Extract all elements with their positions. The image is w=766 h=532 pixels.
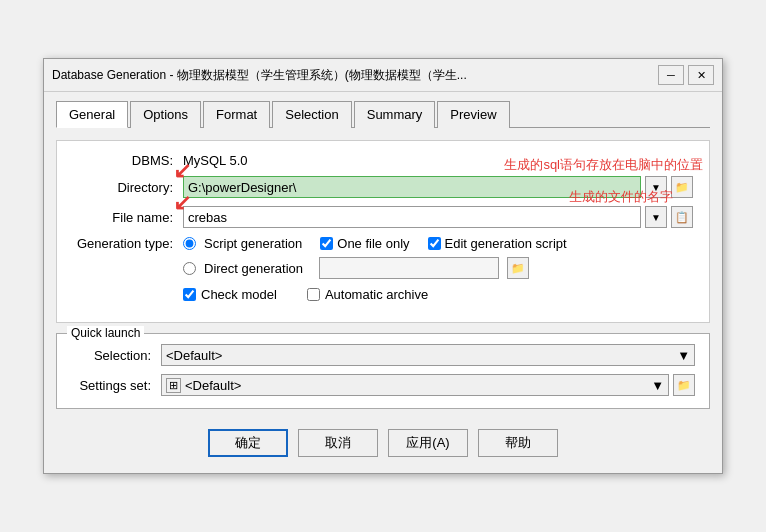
direct-gen-row: Direct generation 📁 [183,257,567,279]
filename-input[interactable] [183,206,641,228]
window-title: Database Generation - 物理数据模型（学生管理系统）(物理数… [52,67,467,84]
dialog-content: General Options Format Selection Summary… [44,92,722,473]
ql-selection-control: <Default> ▼ [161,344,695,366]
one-file-option: One file only [320,236,409,251]
ql-settings-control: ⊞ <Default> ▼ 📁 [161,374,695,396]
auto-archive-label: Automatic archive [325,287,428,302]
script-gen-radio[interactable] [183,237,196,250]
ok-button[interactable]: 确定 [208,429,288,457]
ql-selection-label: Selection: [71,348,161,363]
directory-browse-btn[interactable]: 📁 [671,176,693,198]
help-button[interactable]: 帮助 [478,429,558,457]
minimize-button[interactable]: ─ [658,65,684,85]
tab-bar: General Options Format Selection Summary… [56,100,710,128]
direct-gen-label: Direct generation [204,261,303,276]
filename-label: File name: [73,210,183,225]
ql-settings-label: Settings set: [71,378,161,393]
main-window: Database Generation - 物理数据模型（学生管理系统）(物理数… [43,58,723,474]
titlebar: Database Generation - 物理数据模型（学生管理系统）(物理数… [44,59,722,92]
edit-gen-checkbox[interactable] [428,237,441,250]
ql-settings-dropdown[interactable]: ⊞ <Default> ▼ [161,374,669,396]
auto-archive-option: Automatic archive [307,287,428,302]
ql-selection-row: Selection: <Default> ▼ [71,344,695,366]
check-model-label: Check model [201,287,277,302]
script-gen-row: Script generation One file only Edit gen… [183,236,567,251]
ql-selection-dropdown[interactable]: <Default> ▼ [161,344,695,366]
script-gen-label: Script generation [204,236,302,251]
quick-launch-panel: Quick launch Selection: <Default> ▼ Sett… [56,333,710,409]
edit-gen-label: Edit generation script [445,236,567,251]
tab-format[interactable]: Format [203,101,270,128]
dbms-value: MySQL 5.0 [183,153,248,168]
filename-annotation: 生成的文件的名字 [569,188,673,206]
tab-selection[interactable]: Selection [272,101,351,128]
check-options-row: Check model Automatic archive [73,287,693,302]
edit-gen-option: Edit generation script [428,236,567,251]
auto-archive-checkbox[interactable] [307,288,320,301]
gen-type-label: Generation type: [73,236,183,251]
tab-general[interactable]: General [56,101,128,128]
ql-settings-arrow-icon: ▼ [651,378,664,393]
ql-settings-row: Settings set: ⊞ <Default> ▼ 📁 [71,374,695,396]
direct-gen-input[interactable] [319,257,499,279]
settings-table-icon: ⊞ [166,378,181,393]
tab-summary[interactable]: Summary [354,101,436,128]
check-model-checkbox[interactable] [183,288,196,301]
ql-settings-browse-btn[interactable]: 📁 [673,374,695,396]
directory-arrow: ↙ [173,158,191,184]
filename-dropdown-btn[interactable]: ▼ [645,206,667,228]
one-file-checkbox[interactable] [320,237,333,250]
ql-settings-value-area: ⊞ <Default> [166,378,241,393]
ql-settings-value: <Default> [185,378,241,393]
gen-type-options: Script generation One file only Edit gen… [183,236,567,279]
apply-button[interactable]: 应用(A) [388,429,468,457]
filename-action-btn[interactable]: 📋 [671,206,693,228]
quick-launch-title: Quick launch [67,326,144,340]
window-controls: ─ ✕ [658,65,714,85]
filename-control: ▼ 📋 [183,206,693,228]
tab-options[interactable]: Options [130,101,201,128]
directory-annotation: 生成的sql语句存放在电脑中的位置 [504,156,703,174]
ql-selection-value: <Default> [166,348,222,363]
filename-arrow: ↙ [173,190,191,216]
tab-preview[interactable]: Preview [437,101,509,128]
direct-gen-browse-btn[interactable]: 📁 [507,257,529,279]
close-button[interactable]: ✕ [688,65,714,85]
gen-type-row: Generation type: Script generation One f… [73,236,693,279]
ql-selection-arrow-icon: ▼ [677,348,690,363]
direct-gen-radio[interactable] [183,262,196,275]
filename-row: File name: ▼ 📋 ↙ 生成的文件的名字 [73,206,693,228]
directory-label: Directory: [73,180,183,195]
footer-buttons: 确定 取消 应用(A) 帮助 [56,421,710,461]
dbms-label: DBMS: [73,153,183,168]
one-file-label: One file only [337,236,409,251]
form-panel: DBMS: MySQL 5.0 Directory: ▼ 📁 ↙ 生成的sql语… [56,140,710,323]
cancel-button[interactable]: 取消 [298,429,378,457]
check-model-option: Check model [183,287,277,302]
